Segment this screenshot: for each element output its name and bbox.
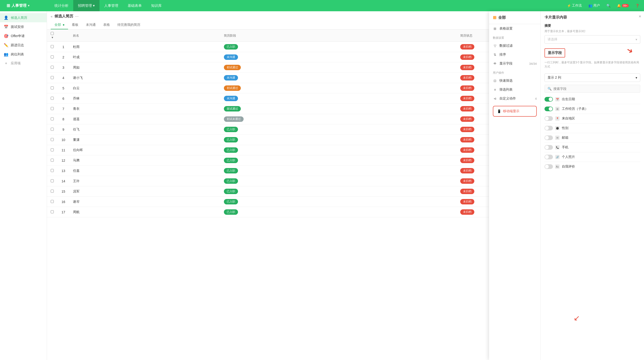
row-number: 9 bbox=[58, 124, 69, 135]
field-icon: 📍 bbox=[555, 116, 560, 121]
col-checkbox[interactable]: ▾ bbox=[47, 30, 58, 42]
tab-uncontacted[interactable]: 未沟通 bbox=[82, 21, 100, 29]
row-number: 16 bbox=[58, 197, 69, 207]
row-stage: 未沟通 bbox=[220, 94, 456, 104]
row-checkbox[interactable] bbox=[51, 97, 54, 100]
help-btn[interactable]: ❓ bbox=[634, 3, 641, 8]
toggle-switch[interactable] bbox=[544, 164, 553, 169]
toggle-switch[interactable] bbox=[544, 126, 553, 130]
ol-filter-list[interactable]: ≡ 筛选列表 bbox=[489, 85, 540, 94]
sidebar-item-offer[interactable]: 🎯 Offer申请 bbox=[0, 32, 47, 40]
row-checkbox-cell bbox=[47, 197, 58, 207]
toggle-switch[interactable] bbox=[544, 145, 553, 150]
field-icon: 📅 bbox=[555, 97, 560, 102]
toggle-switch[interactable] bbox=[544, 136, 553, 140]
row-stage: 已入职 bbox=[220, 166, 456, 176]
toggle-switch[interactable] bbox=[544, 155, 553, 159]
row-name: 乔林 bbox=[69, 94, 220, 104]
ol-data-filter[interactable]: ▽ 数据过滤 bbox=[489, 41, 540, 50]
row-checkbox[interactable] bbox=[51, 210, 54, 213]
tab-table[interactable]: 表格 bbox=[100, 21, 114, 29]
summary-placeholder: 请选择 bbox=[548, 37, 558, 42]
sidebar-item-positions[interactable]: 👥 岗位列表 bbox=[0, 50, 47, 59]
action-icon: ⊲ bbox=[493, 97, 497, 100]
display-fields-highlight: 显示字段 bbox=[544, 48, 565, 58]
notification-badge: 99+ bbox=[622, 4, 629, 7]
row-checkbox[interactable] bbox=[51, 76, 54, 79]
sidebar-item-interview[interactable]: 📅 面试安排 bbox=[0, 22, 47, 32]
row-checkbox[interactable] bbox=[51, 138, 54, 141]
row-name: 况军 bbox=[69, 186, 220, 197]
ol-display-fields[interactable]: 👁 显示字段 34/34 bbox=[489, 59, 540, 68]
notification-btn[interactable]: 🔔 99+ bbox=[615, 3, 630, 8]
row-stage: 已入职 bbox=[220, 42, 456, 52]
sort-icon: ⇅ bbox=[493, 53, 497, 56]
row-checkbox[interactable] bbox=[51, 200, 54, 203]
nav-form[interactable]: 基础表单 bbox=[123, 0, 146, 11]
toggle-switch[interactable] bbox=[544, 97, 553, 102]
row-checkbox[interactable] bbox=[51, 86, 54, 90]
collapse-btn[interactable]: « bbox=[51, 14, 52, 18]
toggle-item: 📅 出生日期 bbox=[544, 94, 640, 104]
toggle-item: ⚫ 性别 bbox=[544, 124, 640, 133]
sidebar-item-log[interactable]: ✏️ 跟进日志 bbox=[0, 40, 47, 50]
row-checkbox[interactable] bbox=[51, 190, 54, 193]
nav-stats[interactable]: 统计分析 bbox=[50, 0, 73, 11]
row-checkbox[interactable] bbox=[51, 179, 54, 182]
row-name: 任嘉 bbox=[69, 166, 220, 176]
display-fields-label: 显示字段 bbox=[548, 51, 562, 55]
nav-recruit[interactable]: 招聘管理 ▾ bbox=[73, 0, 100, 11]
row-checkbox-cell bbox=[47, 114, 58, 124]
row-stage: 已入职 bbox=[220, 207, 456, 217]
toggle-item: 📍 来自地区 bbox=[544, 114, 640, 124]
sidebar-item-resume[interactable]: 👤 候选人简历 bbox=[0, 13, 47, 22]
col-stage-header: 简历阶段 bbox=[220, 30, 456, 42]
table-settings-icon: ⊞ bbox=[493, 27, 497, 30]
select-all-checkbox[interactable] bbox=[51, 32, 54, 35]
row-checkbox[interactable] bbox=[51, 56, 54, 58]
row-checkbox[interactable] bbox=[51, 169, 54, 172]
row-checkbox-cell bbox=[47, 207, 58, 217]
ol-table-settings[interactable]: ⊞ 表格设置 bbox=[489, 24, 540, 33]
workflow-btn[interactable]: ⚡ 工作流 bbox=[565, 2, 584, 9]
column-select-label: 显示 2 列 bbox=[548, 76, 561, 80]
display-fields-hint: 一行三列时，最多可设置3个显示字段。如果要显示更多字段请使用其他布局方式 bbox=[544, 60, 640, 69]
row-checkbox[interactable] bbox=[51, 159, 54, 162]
row-checkbox[interactable] bbox=[51, 66, 54, 69]
row-checkbox[interactable] bbox=[51, 128, 54, 131]
nav-hr[interactable]: 人事管理 bbox=[100, 0, 123, 11]
row-checkbox[interactable] bbox=[51, 148, 54, 151]
toggle-switch[interactable] bbox=[544, 106, 553, 111]
sidebar-item-add[interactable]: + 应用项 bbox=[0, 59, 47, 68]
right-overlay-panel: ⊞ 全部 ⊞ 表格设置 数据设置 ▽ 数据过滤 ⇅ 排序 👁 显示字段 34/3… bbox=[489, 11, 644, 360]
row-number: 10 bbox=[58, 135, 69, 145]
mobile-display-btn[interactable]: 📱 移动端显示 bbox=[493, 106, 537, 117]
column-selector[interactable]: 显示 2 列 ▾ bbox=[544, 74, 640, 82]
row-checkbox-cell bbox=[47, 124, 58, 135]
row-name: 任向晖 bbox=[69, 145, 220, 155]
ol-custom-action[interactable]: ⊲ 自定义动作 4 bbox=[489, 94, 540, 103]
more-options-btn[interactable]: ··· bbox=[75, 14, 78, 19]
row-stage: 未沟通 bbox=[220, 73, 456, 83]
overlay-close-btn[interactable]: × bbox=[638, 14, 641, 19]
brand[interactable]: ⊞ 人事管理 ▾ bbox=[3, 3, 50, 8]
overlay-left-panel: ⊞ 全部 ⊞ 表格设置 数据设置 ▽ 数据过滤 ⇅ 排序 👁 显示字段 34/3… bbox=[489, 11, 541, 360]
row-number: 6 bbox=[58, 94, 69, 104]
field-label: 出生日期 bbox=[562, 97, 640, 102]
row-checkbox[interactable] bbox=[51, 107, 54, 110]
row-checkbox[interactable] bbox=[51, 117, 54, 120]
toggle-switch[interactable] bbox=[544, 116, 553, 121]
tab-incomplete[interactable]: 待完善我的简历 bbox=[114, 21, 144, 29]
sidebar: 👤 候选人简历 📅 面试安排 🎯 Offer申请 ✏️ 跟进日志 👥 岗位列表 … bbox=[0, 11, 47, 360]
nav-knowledge[interactable]: 知识库 bbox=[146, 0, 166, 11]
row-checkbox[interactable] bbox=[51, 45, 54, 48]
users-btn[interactable]: 👥 用户 bbox=[586, 2, 602, 9]
tab-all[interactable]: 全部 bbox=[51, 21, 68, 29]
ol-sort[interactable]: ⇅ 排序 bbox=[489, 50, 540, 59]
search-input[interactable] bbox=[554, 87, 637, 90]
ol-quick-filter[interactable]: ⊡ 快速筛选 bbox=[489, 76, 540, 85]
summary-select[interactable]: 请选择 ▾ bbox=[544, 35, 640, 44]
help-icon: ❓ bbox=[635, 4, 639, 8]
search-btn[interactable]: 🔍 bbox=[604, 3, 612, 8]
tab-board[interactable]: 看板 bbox=[68, 21, 82, 29]
